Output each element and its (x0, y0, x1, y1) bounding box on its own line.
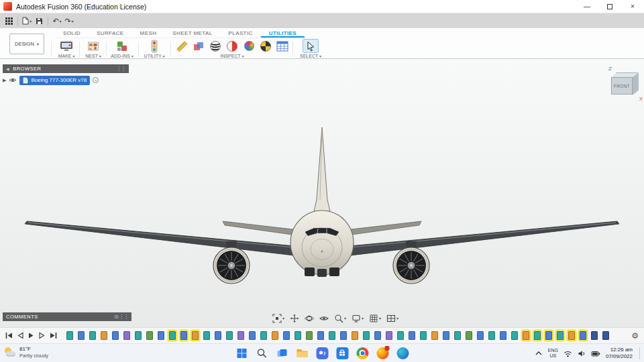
search-icon[interactable] (255, 346, 269, 360)
timeline-feature-icon[interactable] (545, 331, 552, 340)
chat-icon[interactable] (315, 346, 329, 360)
browser-root-item[interactable]: Boeing 777-300ER v78 (19, 76, 90, 85)
start-button[interactable] (235, 346, 249, 360)
data-table-icon[interactable] (276, 40, 289, 53)
timeline-feature-icon[interactable] (294, 331, 301, 340)
timeline-feature-icon[interactable] (557, 331, 564, 340)
firefox-icon[interactable] (376, 346, 390, 360)
timeline-feature-icon[interactable] (169, 331, 176, 340)
make-icon[interactable] (60, 40, 73, 53)
browser-panel-header[interactable]: ◀ BROWSER ⋮⋮ (3, 64, 129, 73)
fit-view-icon[interactable]: ▾ (271, 313, 286, 324)
timeline-feature-icon[interactable] (272, 331, 278, 340)
step-forward-icon[interactable] (39, 332, 45, 339)
chrome-icon[interactable] (356, 346, 370, 360)
timeline-feature-icon[interactable] (580, 331, 586, 340)
timeline-feature-icon[interactable] (66, 331, 73, 340)
center-of-mass-icon[interactable] (259, 40, 272, 53)
pan-icon[interactable] (288, 313, 301, 324)
timeline-feature-icon[interactable] (488, 331, 495, 340)
timeline-feature-icon[interactable] (215, 331, 221, 340)
timeline-feature-icon[interactable] (317, 331, 324, 340)
file-explorer-icon[interactable] (295, 346, 309, 360)
timeline-feature-icon[interactable] (511, 331, 518, 340)
zebra-analysis-icon[interactable] (209, 40, 222, 53)
nest-icon[interactable] (87, 40, 100, 53)
look-at-icon[interactable] (318, 314, 330, 322)
minimize-button[interactable]: — (576, 0, 598, 13)
tab-utilities[interactable]: UTILITIES (261, 28, 305, 38)
section-analysis-icon[interactable] (225, 40, 239, 53)
timeline-feature-icon[interactable] (397, 331, 404, 340)
tab-surface[interactable]: SURFACE (89, 28, 132, 38)
utility-group-label[interactable]: UTILITY▾ (140, 54, 169, 58)
undo-icon[interactable]: ↶▾ (51, 15, 63, 27)
panel-grip-icon[interactable]: ⋮⋮ (116, 66, 125, 72)
edge-icon[interactable] (396, 346, 410, 360)
timeline-feature-icon[interactable] (466, 331, 472, 340)
timeline-feature-icon[interactable] (523, 331, 529, 340)
redo-icon[interactable]: ↷▾ (63, 15, 75, 27)
viewports-icon[interactable]: ▾ (385, 314, 400, 323)
timeline-feature-icon[interactable] (454, 331, 461, 340)
timeline-feature-icon[interactable] (363, 331, 370, 340)
show-desktop-strip[interactable] (639, 347, 640, 359)
step-back-icon[interactable] (17, 332, 23, 339)
timeline-track[interactable] (66, 331, 609, 340)
store-icon[interactable] (335, 346, 350, 360)
zoom-icon[interactable]: ▾ (333, 313, 347, 324)
viewcube[interactable]: Z FRONT X (602, 66, 643, 102)
inspect-group-label[interactable]: INSPECT▾ (172, 54, 292, 58)
app-menu-icon[interactable] (3, 15, 15, 27)
save-icon[interactable] (33, 15, 45, 27)
airplane-front-view[interactable] (0, 59, 644, 327)
addins-group-label[interactable]: ADD-INS▾ (107, 54, 137, 58)
tab-mesh[interactable]: MESH (132, 28, 165, 38)
timeline-feature-icon[interactable] (329, 331, 335, 340)
timeline-feature-icon[interactable] (78, 331, 85, 340)
tab-plastic[interactable]: PLASTIC (221, 28, 261, 38)
select-group-label[interactable]: SELECT▾ (295, 54, 326, 58)
traffic-light-icon[interactable] (148, 40, 161, 53)
tab-solid[interactable]: SOLID (55, 28, 89, 38)
addins-icon[interactable] (115, 40, 129, 53)
timeline-feature-icon[interactable] (443, 331, 449, 340)
make-group-label[interactable]: MAKE▾ (54, 54, 79, 58)
browser-root-row[interactable]: ▶ Boeing 777-300ER v78 (3, 75, 129, 85)
timeline-feature-icon[interactable] (237, 331, 244, 340)
timeline-feature-icon[interactable] (101, 331, 107, 340)
orbit-icon[interactable] (303, 313, 315, 324)
timeline-feature-icon[interactable] (306, 331, 313, 340)
timeline-feature-icon[interactable] (420, 331, 427, 340)
skip-to-start-icon[interactable] (5, 332, 13, 339)
nest-group-label[interactable]: NEST▾ (80, 54, 106, 58)
timeline-feature-icon[interactable] (249, 331, 256, 340)
maximize-button[interactable] (598, 0, 621, 13)
workspace-selector[interactable]: DESIGN ▾ (9, 34, 44, 54)
timeline-feature-icon[interactable] (123, 331, 130, 340)
comments-panel-header[interactable]: COMMENTS ⊙ ⋮⋮ (3, 312, 131, 321)
timeline-feature-icon[interactable] (226, 331, 233, 340)
skip-to-end-icon[interactable] (50, 332, 57, 339)
timeline-feature-icon[interactable] (352, 331, 358, 340)
timeline-feature-icon[interactable] (386, 331, 392, 340)
hidden-icons-chevron[interactable] (535, 350, 543, 357)
viewport-canvas[interactable] (0, 59, 644, 327)
measure-icon[interactable] (175, 40, 189, 53)
close-button[interactable]: × (621, 0, 644, 13)
select-cursor-icon[interactable] (303, 39, 319, 53)
play-icon[interactable] (28, 332, 34, 339)
timeline-feature-icon[interactable] (158, 331, 164, 340)
comments-grip-icon[interactable]: ⊙ ⋮⋮ (114, 314, 128, 320)
timeline-feature-icon[interactable] (477, 331, 484, 340)
timeline-feature-icon[interactable] (180, 331, 187, 340)
visibility-eye-icon[interactable] (9, 77, 17, 83)
expand-node-icon[interactable]: ▶ (3, 78, 6, 83)
timeline-feature-icon[interactable] (283, 331, 290, 340)
grid-settings-icon[interactable]: ▾ (368, 313, 382, 324)
timeline-feature-icon[interactable] (534, 331, 541, 340)
timeline-feature-icon[interactable] (260, 331, 267, 340)
timeline-feature-icon[interactable] (431, 331, 438, 340)
wifi-icon[interactable] (564, 350, 572, 357)
component-radio-icon[interactable] (93, 77, 99, 83)
